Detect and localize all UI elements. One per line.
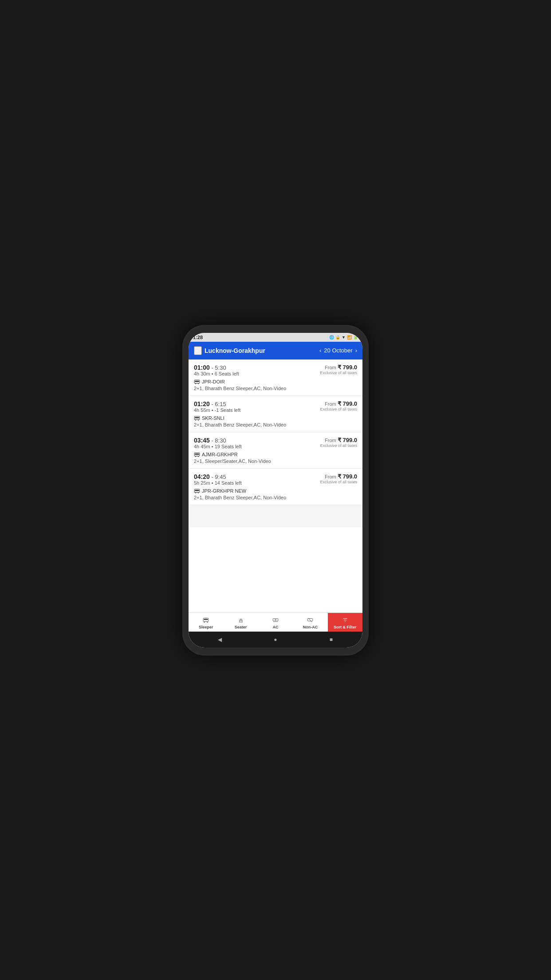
svg-rect-6 xyxy=(195,417,199,418)
departure-time: 03:45 - 8:30 xyxy=(194,437,242,444)
svg-rect-1 xyxy=(195,380,199,382)
filter-icon xyxy=(342,616,348,624)
seater-icon xyxy=(238,616,244,624)
bus-route: AJMR-GRKHPR xyxy=(194,451,357,458)
nav-non-ac[interactable]: Non-AC xyxy=(293,613,327,632)
bus-item[interactable]: 01:00 - 5:30 4h 30m • 6 Seats left From … xyxy=(189,360,362,396)
price-section: From ₹ 799.0 Exclusive of all taxes xyxy=(320,400,357,411)
nav-sleeper[interactable]: Sleeper xyxy=(189,613,223,632)
svg-rect-21 xyxy=(204,619,208,620)
price-section: From ₹ 799.0 Exclusive of all taxes xyxy=(320,437,357,448)
current-date: 20 October xyxy=(324,347,352,354)
bus-type: 2+1, Sleeper/Seater,AC, Non-Video xyxy=(194,458,357,464)
sleeper-icon xyxy=(203,616,209,624)
nav-seater-label: Seater xyxy=(235,625,247,629)
nav-sleeper-label: Sleeper xyxy=(199,625,213,629)
bus-route: JPR-GRKHPR NEW xyxy=(194,488,357,494)
departure-time: 01:20 - 6:15 xyxy=(194,400,240,407)
header-title-section: ← Lucknow-Gorakhpur xyxy=(194,346,265,355)
svg-point-23 xyxy=(207,622,208,623)
nav-ac-label: AC xyxy=(273,625,279,629)
svg-point-2 xyxy=(195,383,196,384)
ac-icon xyxy=(272,616,279,624)
bus-item[interactable]: 01:20 - 6:15 4h 55m • -1 Seats left From… xyxy=(189,396,362,432)
svg-point-13 xyxy=(198,456,199,457)
android-recent[interactable]: ■ xyxy=(327,635,335,644)
price-section: From ₹ 799.0 Exclusive of all taxes xyxy=(320,473,357,484)
bus-item[interactable]: 04:20 - 9:45 5h 25m • 14 Seats left From… xyxy=(189,469,362,505)
bus-duration-seats: 4h 55m • -1 Seats left xyxy=(194,407,240,413)
svg-point-3 xyxy=(198,383,199,384)
bus-item[interactable]: 03:45 - 8:30 4h 45m • 19 Seats left From… xyxy=(189,432,362,469)
departure-time: 04:20 - 9:45 xyxy=(194,473,242,480)
bottom-nav: Sleeper Seater xyxy=(189,612,362,632)
svg-point-8 xyxy=(198,419,199,420)
nav-sort-filter-label: Sort & Filter xyxy=(334,625,357,629)
status-icons: 🌐 🔒 ▼ 📶 🔋 xyxy=(329,335,358,340)
svg-point-22 xyxy=(204,622,205,623)
bus-type: 2+1, Bharath Benz Sleeper,AC, Non-Video xyxy=(194,422,357,427)
bus-list: 01:00 - 5:30 4h 30m • 6 Seats left From … xyxy=(189,360,362,612)
android-home[interactable]: ● xyxy=(271,635,280,644)
svg-point-7 xyxy=(195,419,196,420)
svg-point-17 xyxy=(195,492,196,493)
nav-sort-filter[interactable]: Sort & Filter xyxy=(328,613,362,632)
bus-duration-seats: 5h 25m • 14 Seats left xyxy=(194,480,242,486)
svg-rect-16 xyxy=(195,490,199,491)
app-header: ← Lucknow-Gorakhpur ‹ 20 October › xyxy=(189,342,362,360)
bus-duration-seats: 4h 45m • 19 Seats left xyxy=(194,444,242,449)
android-back[interactable]: ◀ xyxy=(216,635,224,644)
bus-duration-seats: 4h 30m • 6 Seats left xyxy=(194,371,239,376)
bus-route: JPR-DOIR xyxy=(194,379,357,385)
nav-ac[interactable]: AC xyxy=(258,613,293,632)
svg-point-12 xyxy=(195,456,196,457)
non-ac-icon xyxy=(307,616,313,624)
bus-route: SKR-SNLI xyxy=(194,415,357,421)
back-button[interactable]: ← xyxy=(194,346,202,355)
svg-point-18 xyxy=(198,492,199,493)
bus-type: 2+1, Bharath Benz Sleeper,AC, Non-Video xyxy=(194,386,357,391)
empty-area xyxy=(189,505,362,527)
departure-time: 01:00 - 5:30 xyxy=(194,364,239,371)
route-title: Lucknow-Gorakhpur xyxy=(205,347,265,354)
status-time: 1:28 xyxy=(193,335,203,340)
bus-type: 2+1, Bharath Benz Sleeper,AC, Non-Video xyxy=(194,495,357,500)
price-section: From ₹ 799.0 Exclusive of all taxes xyxy=(320,364,357,375)
next-date-button[interactable]: › xyxy=(355,347,357,354)
svg-rect-11 xyxy=(195,453,199,454)
nav-non-ac-label: Non-AC xyxy=(303,625,318,629)
status-bar: 1:28 🌐 🔒 ▼ 📶 🔋 xyxy=(189,333,362,342)
date-navigation: ‹ 20 October › xyxy=(319,347,357,354)
nav-seater[interactable]: Seater xyxy=(223,613,258,632)
android-nav: ◀ ● ■ xyxy=(189,632,362,648)
prev-date-button[interactable]: ‹ xyxy=(319,347,321,354)
